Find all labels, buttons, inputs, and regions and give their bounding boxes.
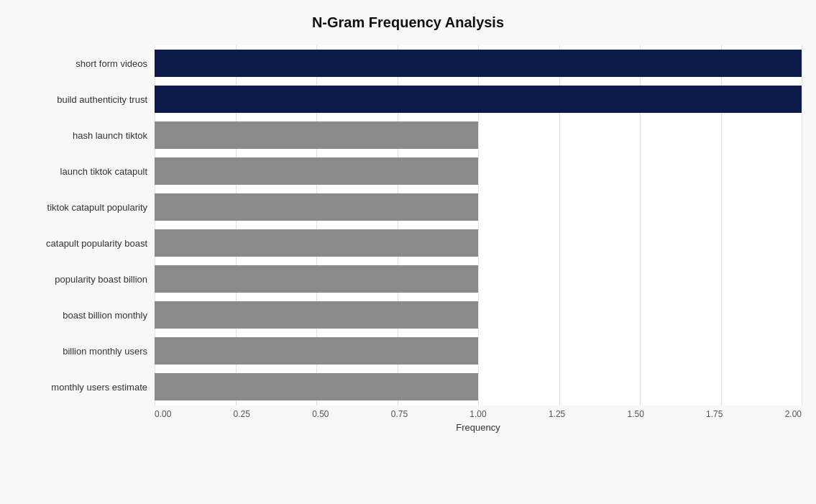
x-tick: 1.00 [469, 409, 486, 419]
bar [155, 193, 478, 221]
chart-title: N-Gram Frequency Analysis [14, 14, 802, 31]
bar-row [155, 117, 802, 153]
bar-row [155, 369, 802, 405]
bar-row [155, 153, 802, 189]
bars-section [155, 45, 802, 406]
y-axis-labels: short form videosbuild authenticity trus… [14, 45, 155, 406]
bar-row [155, 261, 802, 297]
x-tick: 0.25 [234, 409, 250, 419]
x-tick: 1.25 [549, 409, 565, 419]
x-tick: 2.00 [785, 409, 802, 419]
bar [155, 86, 802, 113]
plot-area [155, 45, 802, 406]
x-tick: 1.50 [627, 409, 643, 419]
bar-row [155, 189, 802, 225]
bar-row [155, 81, 802, 117]
y-label: catapult popularity boast [14, 226, 147, 262]
bar [155, 265, 478, 293]
x-tick: 0.00 [155, 409, 171, 419]
x-tick: 0.50 [312, 409, 329, 419]
bar [155, 337, 478, 365]
bar-row [155, 297, 802, 333]
x-tick: 0.75 [391, 409, 408, 419]
bar [155, 50, 802, 77]
bar [155, 373, 478, 400]
bar-row [155, 45, 802, 81]
chart-container: N-Gram Frequency Analysis short form vid… [0, 0, 816, 504]
y-label: boast billion monthly [14, 298, 147, 334]
grid-line [802, 45, 802, 406]
y-label: build authenticity trust [14, 81, 147, 117]
bar [155, 157, 478, 185]
x-axis: 0.000.250.500.751.001.251.501.752.00 [155, 406, 802, 419]
y-label: billion monthly users [14, 334, 147, 370]
bar [155, 229, 478, 257]
y-label: tiktok catapult popularity [14, 189, 147, 225]
bar-row [155, 225, 802, 261]
bar [155, 122, 478, 149]
x-axis-container: 0.000.250.500.751.001.251.501.752.00 Fre… [14, 406, 802, 433]
y-label: short form videos [14, 45, 147, 81]
y-label: popularity boast billion [14, 262, 147, 298]
bar-row [155, 333, 802, 369]
y-label: launch tiktok catapult [14, 153, 147, 189]
x-tick: 1.75 [706, 409, 723, 419]
y-label: monthly users estimate [14, 370, 147, 406]
bar [155, 301, 478, 329]
x-axis-label: Frequency [155, 422, 802, 433]
y-label: hash launch tiktok [14, 117, 147, 153]
